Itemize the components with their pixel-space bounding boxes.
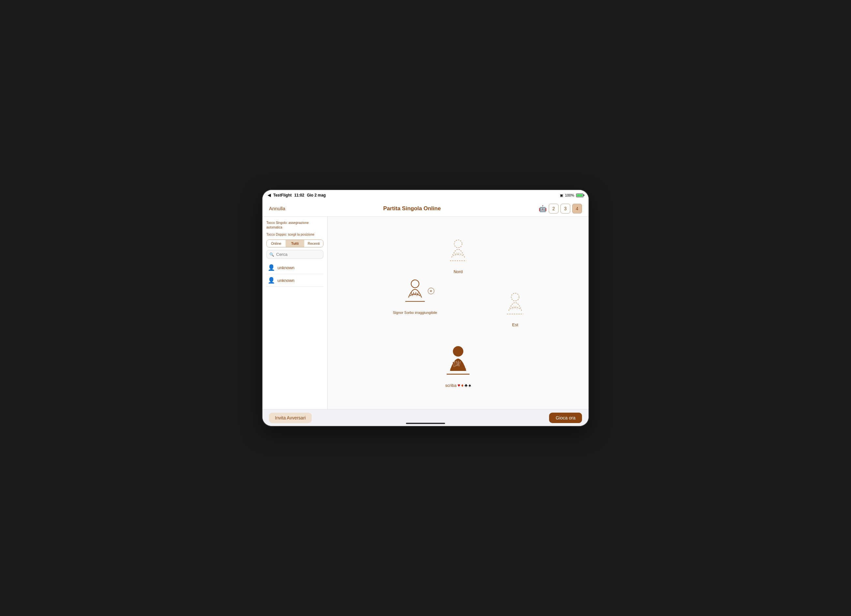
tab-tutti[interactable]: Tutti [286,240,305,247]
search-bar: 🔍 [266,250,323,259]
svg-line-14 [413,292,414,295]
svg-point-12 [411,280,419,288]
est-label: Est [512,322,519,327]
time: 11:02 [294,193,304,197]
svg-line-15 [415,292,416,295]
search-input[interactable] [276,252,320,257]
nord-figure [444,238,473,267]
tab-recenti[interactable]: Recenti [304,240,323,247]
nav-right: 🤖 2 3 4 [539,204,582,213]
user-name: unknown [277,265,295,270]
back-arrow: ◀ [268,193,271,197]
battery-percent: 100% [565,193,574,197]
right-panel: Nord Est [328,217,588,409]
nav-bar: Annulla Partita Singola Online 🤖 2 3 4 [263,200,588,217]
svg-point-18 [453,346,463,356]
sud-figure [440,345,476,381]
hint-text-1: Tocco Singolo: assegnazione automatica [266,221,323,230]
hint-text-2: Tocco Doppio: scegli la posizione [266,232,323,237]
status-left: ◀ TestFlight 11:02 Gio 2 mag [268,193,326,197]
play-button[interactable]: Gioca ora [549,413,582,423]
svg-line-9 [516,305,516,308]
user-avatar-icon: 👤 [268,264,275,271]
battery-icon [576,194,583,197]
players-2-button[interactable]: 2 [549,204,559,213]
app-name: TestFlight [273,193,292,197]
signal-icon: ▣ [560,193,563,197]
invite-button[interactable]: Invita Avversari [269,413,312,423]
list-item[interactable]: 👤 unknown [266,261,323,274]
svg-point-6 [511,293,519,301]
svg-line-2 [457,252,457,255]
table-area: Nord Est [380,235,536,391]
date: Gio 2 mag [307,193,326,197]
players-4-button[interactable]: 4 [572,204,582,213]
est-figure [501,291,530,320]
robot-icon: 🤖 [539,205,547,212]
player-ovest[interactable]: ✕ Signor Sorbo irraggiungibile [393,278,437,314]
main-content: Tocco Singolo: assegnazione automatica T… [263,217,588,409]
remove-ovest-button[interactable]: ✕ [428,288,434,294]
players-3-button[interactable]: 3 [561,204,570,213]
search-icon: 🔍 [269,252,274,257]
nord-label: Nord [454,269,463,274]
tab-bar: Online Tutti Recenti [266,240,323,247]
player-sud: scriba ♥ ♦ ♣ ♠ [440,345,476,388]
status-bar: ◀ TestFlight 11:02 Gio 2 mag ▣ 100% [263,190,588,200]
player-est[interactable]: Est [501,291,530,327]
list-item[interactable]: 👤 unknown [266,274,323,287]
svg-point-0 [454,240,462,248]
ovest-label: Signor Sorbo irraggiungibile [393,311,437,314]
ovest-figure [400,278,430,307]
cancel-button[interactable]: Annulla [269,206,285,211]
user-name: unknown [277,278,295,283]
svg-line-8 [514,305,514,308]
page-title: Partita Singola Online [383,205,441,212]
player-nord[interactable]: Nord [444,238,473,274]
tab-online[interactable]: Online [267,240,286,247]
user-avatar-icon: 👤 [268,277,275,284]
status-right: ▣ 100% [560,193,583,197]
sud-label: scriba ♥ ♦ ♣ ♠ [445,383,471,388]
home-indicator [406,423,445,424]
svg-line-3 [459,252,459,255]
left-panel: Tocco Singolo: assegnazione automatica T… [263,217,328,409]
user-list: 👤 unknown 👤 unknown [266,261,323,287]
